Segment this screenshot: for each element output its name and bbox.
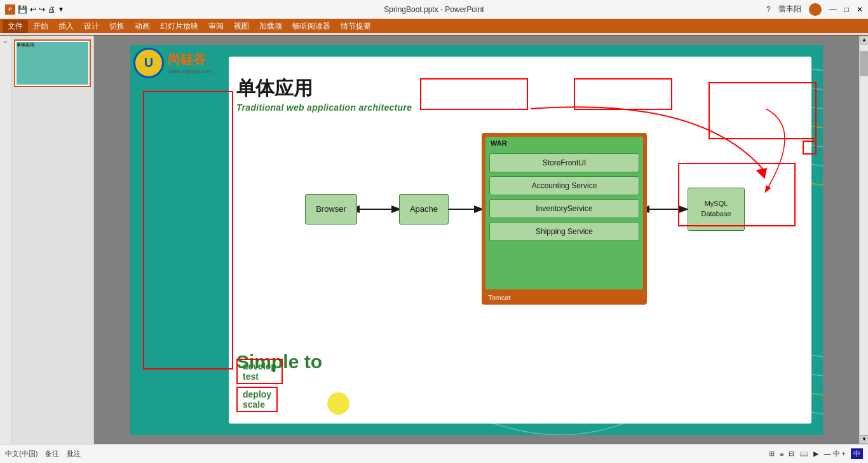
mysql-label: MySQLDatabase — [701, 199, 731, 219]
status-left: 中文(中国) 备注 批注 — [5, 449, 81, 459]
customize-icon[interactable]: ▼ — [58, 6, 64, 13]
input-method[interactable]: 中 — [851, 448, 863, 459]
apache-box: Apache — [399, 194, 449, 225]
view-sorter-icon[interactable]: ⊟ — [789, 450, 794, 458]
slide-thumbnails[interactable]: 单体应用 — [11, 36, 94, 444]
restore-button[interactable]: □ — [844, 5, 849, 14]
status-right: ⊞ ≡ ⊟ 📖 ▶ — 中 + 中 — [769, 448, 863, 459]
tab-insert[interactable]: 插入 — [53, 20, 79, 33]
view-normal-icon[interactable]: ⊞ — [769, 450, 775, 458]
browser-label: Browser — [316, 204, 346, 214]
tab-transitions[interactable]: 切换 — [104, 20, 130, 33]
scroll-thumb[interactable] — [860, 51, 868, 76]
storefrontui-box: StoreFrontUI — [489, 153, 639, 172]
print-icon[interactable]: 🖨 — [48, 5, 55, 14]
tomcat-label: Tomcat — [488, 294, 510, 301]
view-outline-icon[interactable]: ≡ — [780, 450, 783, 458]
collapse-panel[interactable]: › — [0, 36, 11, 444]
save-icon[interactable]: 💾 — [18, 5, 27, 14]
notes-button[interactable]: 备注 — [45, 449, 59, 459]
accounting-label: Accounting Service — [532, 181, 597, 190]
comments-button[interactable]: 批注 — [67, 449, 81, 459]
logo-letter: U — [144, 55, 153, 70]
develop-label: develop — [243, 361, 276, 371]
logo-url: www.atguigu.com — [168, 68, 213, 74]
vertical-scrollbar[interactable]: ▲ ▼ — [859, 36, 868, 444]
mysql-box: MySQLDatabase — [688, 188, 745, 231]
tab-reader[interactable]: 畅听阅读器 — [287, 20, 336, 33]
slide-title[interactable]: 单体应用 — [236, 76, 313, 102]
tab-animations[interactable]: 动画 — [130, 20, 155, 33]
slide-white-area: U 尚硅谷 www.atguigu.com 单体应用 Traditional w… — [229, 57, 811, 424]
user-name[interactable]: 蕾丰阳 — [778, 4, 801, 15]
view-reading-icon[interactable]: 📖 — [799, 450, 808, 458]
deploy-label: deploy — [243, 389, 271, 399]
logo-circle: U — [133, 48, 164, 78]
minimize-button[interactable]: — — [829, 5, 837, 14]
war-label: WAR — [491, 139, 507, 147]
logo-chinese: 尚硅谷 — [168, 51, 213, 68]
tab-addins[interactable]: 加载项 — [254, 20, 287, 33]
deploy-scale-box: deploy scale — [236, 387, 278, 412]
tab-storyboard[interactable]: 情节提要 — [336, 20, 376, 33]
apache-label: Apache — [410, 204, 438, 214]
tomcat-box: WAR StoreFrontUI Accounting Service — [482, 133, 647, 305]
logo-area: U 尚硅谷 www.atguigu.com — [133, 48, 213, 78]
redo-icon[interactable]: ↪ — [39, 5, 45, 14]
storefrontui-label: StoreFrontUI — [543, 158, 587, 167]
slide-thumbnail-1[interactable]: 单体应用 — [14, 39, 91, 87]
tab-home[interactable]: 开始 — [28, 20, 53, 33]
zoom-level: — 中 + — [824, 449, 846, 459]
ppt-icon: P — [5, 4, 15, 15]
war-box: WAR StoreFrontUI Accounting Service — [485, 137, 643, 289]
status-bar: 中文(中国) 备注 批注 ⊞ ≡ ⊟ 📖 ▶ — 中 + 中 — [0, 444, 868, 463]
view-slideshow-icon[interactable]: ▶ — [813, 450, 818, 458]
close-button[interactable]: ✕ — [857, 5, 863, 14]
tab-review[interactable]: 审阅 — [203, 20, 229, 33]
scroll-track[interactable] — [860, 45, 868, 435]
steps-area: develop test deploy scale — [236, 359, 283, 412]
window-controls[interactable]: ? 蕾丰阳 — □ ✕ — [766, 3, 863, 16]
tab-slideshow[interactable]: 幻灯片放映 — [155, 20, 203, 33]
shipping-label: Shipping Service — [536, 227, 593, 236]
inventory-label: InventoryService — [536, 204, 592, 213]
logo-text-area: 尚硅谷 www.atguigu.com — [168, 51, 213, 74]
inventory-box: InventoryService — [489, 199, 639, 218]
ribbon-tabs[interactable]: 文件 开始 插入 设计 切换 动画 幻灯片放映 审阅 视图 加载项 畅听阅读器 … — [0, 19, 868, 33]
collapse-icon[interactable]: › — [2, 41, 10, 43]
title-bar: P 💾 ↩ ↪ 🖨 ▼ SpringBoot.pptx - PowerPoint… — [0, 0, 868, 19]
canvas-area: .wave-line { fill: none; stroke: rgba(25… — [94, 36, 859, 444]
tab-design[interactable]: 设计 — [79, 20, 104, 33]
scroll-down-button[interactable]: ▼ — [860, 435, 868, 444]
tab-file[interactable]: 文件 — [3, 20, 28, 33]
shipping-box: Shipping Service — [489, 222, 639, 241]
main-area: › 单体应用 .wave-line { fill: none; stroke: … — [0, 36, 868, 444]
user-avatar — [809, 3, 822, 16]
browser-box: Browser — [305, 194, 357, 225]
arch-diagram: Browser Apache WAR StoreFrontUI — [305, 120, 750, 324]
undo-icon[interactable]: ↩ — [30, 5, 36, 14]
slide[interactable]: .wave-line { fill: none; stroke: rgba(25… — [130, 45, 823, 435]
tab-view[interactable]: 视图 — [229, 20, 254, 33]
test-label: test — [243, 371, 276, 382]
slide-subtitle[interactable]: Traditional web application architecture — [236, 102, 412, 113]
scroll-up-button[interactable]: ▲ — [860, 36, 868, 45]
help-button[interactable]: ? — [766, 5, 771, 14]
window-title: SpringBoot.pptx - PowerPoint — [384, 5, 484, 14]
scale-label: scale — [243, 399, 271, 410]
yellow-circle — [327, 392, 349, 415]
accounting-box: Accounting Service — [489, 176, 639, 195]
develop-deploy-box: develop test — [236, 359, 283, 384]
language-status: 中文(中国) — [5, 449, 37, 459]
quick-access-toolbar[interactable]: P 💾 ↩ ↪ 🖨 ▼ — [5, 4, 64, 15]
